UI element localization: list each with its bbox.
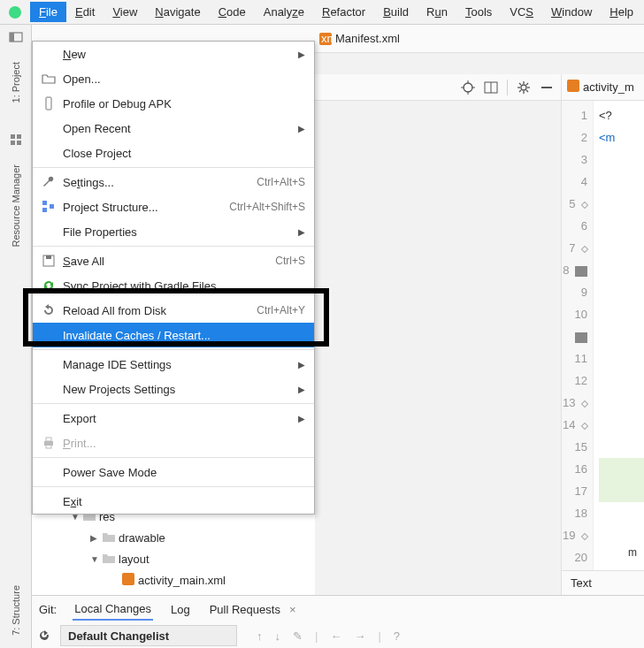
rail-label-project[interactable]: 1: Project xyxy=(11,62,21,103)
submenu-arrow-icon: ▶ xyxy=(298,50,305,59)
tab-log[interactable]: Log xyxy=(169,599,192,620)
svg-line-22 xyxy=(519,83,521,85)
menu-item-print[interactable]: Print... xyxy=(33,431,314,455)
split-icon[interactable] xyxy=(484,80,498,95)
gutter-line: 18 xyxy=(562,502,587,524)
menu-item-project-structure[interactable]: Project Structure...Ctrl+Alt+Shift+S xyxy=(33,194,314,219)
xml-file-icon: xml xyxy=(319,33,332,45)
folder-icon xyxy=(103,553,115,566)
image-gutter-icon xyxy=(575,266,587,277)
gear-icon[interactable] xyxy=(517,80,531,95)
menu-item-open[interactable]: Open... xyxy=(33,66,314,91)
editor-tab[interactable]: activity_m xyxy=(561,74,644,101)
file-menu-dropdown: New▶Open...Profile or Debug APKOpen Rece… xyxy=(32,41,315,515)
gutter-marker-icon xyxy=(581,201,588,208)
rail-label-resource-manager[interactable]: Resource Manager xyxy=(11,164,21,248)
vcs-toolbar: Default Changelist ↑ ↓ ✎ | ← → | ? xyxy=(32,622,644,648)
blank-icon xyxy=(42,328,56,342)
menu-item-label: File Properties xyxy=(63,225,291,239)
resource-manager-icon[interactable] xyxy=(9,133,23,147)
gutter-line: 1 xyxy=(562,104,587,126)
gutter-line: 4 xyxy=(562,171,587,193)
menu-item-profile-or-debug-apk[interactable]: Profile or Debug APK xyxy=(33,91,314,116)
default-changelist[interactable]: Default Changelist xyxy=(60,625,237,646)
edit-icon[interactable]: ✎ xyxy=(293,629,303,643)
tree-row[interactable]: ▼ layout xyxy=(32,548,315,569)
scroll-marker: m xyxy=(561,546,644,559)
tab-pull-requests[interactable]: Pull Requests xyxy=(208,599,282,620)
menu-tools[interactable]: Tools xyxy=(456,2,501,22)
menu-item-close-project[interactable]: Close Project xyxy=(33,141,314,165)
gutter-line: 5 xyxy=(562,193,587,215)
arrow-left-icon[interactable]: ← xyxy=(330,629,341,643)
help-icon[interactable]: ? xyxy=(394,629,400,643)
arrow-right-icon[interactable]: → xyxy=(354,629,365,643)
close-tab-icon[interactable]: × xyxy=(289,603,296,616)
tree-row[interactable]: ▶ drawable xyxy=(32,527,315,548)
menu-run[interactable]: Run xyxy=(418,2,456,22)
tree-label: drawable xyxy=(119,531,165,545)
menu-item-power-save-mode[interactable]: Power Save Mode xyxy=(33,460,314,484)
blank-icon xyxy=(42,121,56,135)
svg-rect-27 xyxy=(567,80,579,92)
expand-arrow-icon[interactable]: ▶ xyxy=(90,533,99,543)
menu-analyze[interactable]: Analyze xyxy=(255,2,313,22)
menu-view[interactable]: View xyxy=(104,2,146,22)
menu-refactor[interactable]: Refactor xyxy=(313,2,374,22)
editor-tab-label: activity_m xyxy=(583,80,634,94)
image-gutter-icon xyxy=(575,332,587,343)
menu-item-file-properties[interactable]: File Properties▶ xyxy=(33,219,314,244)
menu-item-save-all[interactable]: Save AllCtrl+S xyxy=(33,248,314,273)
menu-item-new-projects-settings[interactable]: New Projects Settings▶ xyxy=(33,377,314,401)
minimize-icon[interactable] xyxy=(540,80,554,95)
reload-icon xyxy=(42,303,56,317)
breadcrumb: xml Manifest.xml xyxy=(319,32,639,45)
editor-mode-tabs: Text xyxy=(561,570,644,595)
project-tool-icon[interactable] xyxy=(9,30,23,44)
tree-label: activity_main.xml xyxy=(138,574,226,587)
gutter-line: 17 xyxy=(562,480,587,502)
menu-item-label: Power Save Mode xyxy=(63,466,305,479)
menu-item-sync-project-with-gradle-files[interactable]: Sync Project with Gradle Files xyxy=(33,273,314,298)
submenu-arrow-icon: ▶ xyxy=(298,124,305,133)
menu-item-open-recent[interactable]: Open Recent▶ xyxy=(33,116,314,141)
menu-navigate[interactable]: Navigate xyxy=(146,2,209,22)
menu-item-export[interactable]: Export▶ xyxy=(33,406,314,431)
menu-item-new[interactable]: New▶ xyxy=(33,42,314,66)
menu-item-reload-all-from-disk[interactable]: Reload All from DiskCtrl+Alt+Y xyxy=(33,298,314,323)
tab-text[interactable]: Text xyxy=(571,576,592,590)
rail-label-structure[interactable]: 7: Structure xyxy=(11,585,21,636)
arrow-up-icon[interactable]: ↑ xyxy=(257,629,263,643)
menu-item-exit[interactable]: Exit xyxy=(33,489,314,514)
target-icon[interactable] xyxy=(461,80,475,95)
menu-help[interactable]: Help xyxy=(601,2,642,22)
submenu-arrow-icon: ▶ xyxy=(298,227,305,237)
blank-icon xyxy=(42,357,56,371)
gutter-line: 3 xyxy=(562,149,587,171)
menu-build[interactable]: Build xyxy=(374,2,418,22)
menu-item-manage-ide-settings[interactable]: Manage IDE Settings▶ xyxy=(33,352,314,377)
svg-rect-28 xyxy=(46,97,51,110)
print-icon xyxy=(42,436,56,450)
menu-window[interactable]: Window xyxy=(542,2,601,22)
expand-arrow-icon[interactable]: ▼ xyxy=(90,554,99,564)
menu-item-label: Invalidate Caches / Restart... xyxy=(63,329,305,342)
arrow-down-icon[interactable]: ↓ xyxy=(275,629,281,643)
svg-line-23 xyxy=(526,90,528,92)
menu-item-invalidate-caches-restart[interactable]: Invalidate Caches / Restart... xyxy=(33,323,314,347)
menu-code[interactable]: Code xyxy=(210,2,255,22)
refresh-icon[interactable] xyxy=(37,629,51,643)
menu-item-settings[interactable]: Settings...Ctrl+Alt+S xyxy=(33,170,314,194)
svg-point-10 xyxy=(464,83,472,92)
menu-item-label: Profile or Debug APK xyxy=(63,97,305,111)
submenu-arrow-icon: ▶ xyxy=(298,414,305,423)
code-area[interactable]: <? <m xyxy=(594,101,644,570)
menu-item-label: Close Project xyxy=(63,147,305,160)
menu-edit[interactable]: Edit xyxy=(66,2,104,22)
tab-local-changes[interactable]: Local Changes xyxy=(73,598,153,621)
gutter-line: 6 xyxy=(562,215,587,237)
menu-file[interactable]: File xyxy=(30,2,66,22)
menu-vcs[interactable]: VCS xyxy=(501,2,542,22)
tree-row[interactable]: activity_main.xml xyxy=(32,569,315,591)
code-line xyxy=(599,480,644,502)
